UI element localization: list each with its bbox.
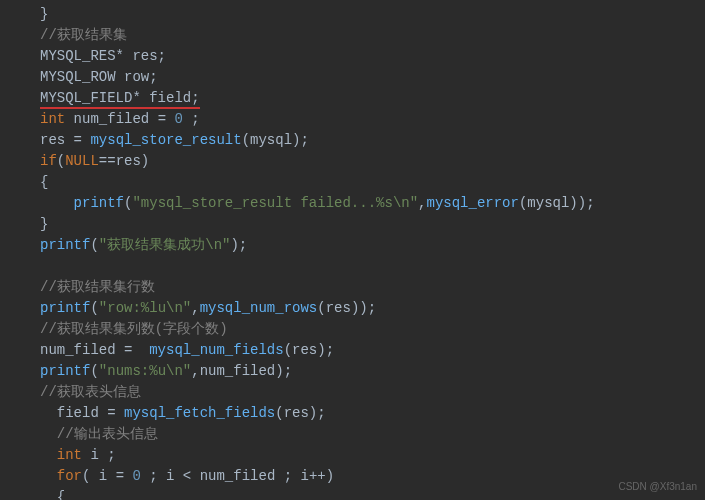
code-text: ); bbox=[230, 237, 247, 253]
code-text: res = bbox=[40, 132, 90, 148]
watermark-text: CSDN @Xf3n1an bbox=[618, 479, 697, 494]
code-text: (res); bbox=[284, 342, 334, 358]
string-literal: "获取结果集成功\n" bbox=[99, 237, 231, 253]
string-literal: "nums:%u\n" bbox=[99, 363, 191, 379]
comment-line: //获取结果集 bbox=[40, 27, 127, 43]
highlighted-line: MYSQL_FIELD* field; bbox=[40, 90, 200, 109]
keyword: if bbox=[40, 153, 57, 169]
code-text: , bbox=[418, 195, 426, 211]
comment-line: //获取结果集行数 bbox=[40, 279, 155, 295]
code-text: ( bbox=[90, 237, 98, 253]
code-text: ( bbox=[90, 300, 98, 316]
brace: } bbox=[40, 216, 48, 232]
comment-line: //获取表头信息 bbox=[40, 384, 141, 400]
code-text: field = bbox=[57, 405, 124, 421]
brace: { bbox=[40, 174, 48, 190]
function-call: mysql_store_result bbox=[90, 132, 241, 148]
string-literal: "row:%lu\n" bbox=[99, 300, 191, 316]
code-text: ( i = bbox=[82, 468, 132, 484]
code-text: (mysql)); bbox=[519, 195, 595, 211]
code-text: ==res) bbox=[99, 153, 149, 169]
function-call: mysql_num_fields bbox=[149, 342, 283, 358]
code-text: (res)); bbox=[317, 300, 376, 316]
keyword: int bbox=[40, 111, 65, 127]
function-call: mysql_num_rows bbox=[200, 300, 318, 316]
function-call: mysql_error bbox=[427, 195, 519, 211]
function-call: printf bbox=[40, 300, 90, 316]
string-literal: "mysql_store_result failed...%s\n" bbox=[132, 195, 418, 211]
code-line: } bbox=[40, 6, 48, 22]
comment-line: //获取结果集列数(字段个数) bbox=[40, 321, 228, 337]
function-call: printf bbox=[40, 237, 90, 253]
code-text: num_filed = bbox=[65, 111, 174, 127]
code-line: MYSQL_ROW row; bbox=[40, 69, 158, 85]
number-literal: 0 bbox=[132, 468, 140, 484]
code-text: ,num_filed); bbox=[191, 363, 292, 379]
code-text: ; i < num_filed ; i++) bbox=[141, 468, 334, 484]
function-call: printf bbox=[40, 363, 90, 379]
code-text: num_filed = bbox=[40, 342, 149, 358]
code-line: MYSQL_RES* res; bbox=[40, 48, 166, 64]
code-text: ; bbox=[183, 111, 200, 127]
code-text: ( bbox=[90, 363, 98, 379]
keyword: NULL bbox=[65, 153, 99, 169]
comment-line: //输出表头信息 bbox=[57, 426, 158, 442]
function-call: printf bbox=[74, 195, 124, 211]
brace: { bbox=[57, 489, 65, 500]
keyword: int bbox=[57, 447, 82, 463]
code-text: (res); bbox=[275, 405, 325, 421]
code-text: i ; bbox=[82, 447, 116, 463]
keyword: for bbox=[57, 468, 82, 484]
code-text: , bbox=[191, 300, 199, 316]
code-text: (mysql); bbox=[242, 132, 309, 148]
number-literal: 0 bbox=[174, 111, 182, 127]
code-editor[interactable]: } //获取结果集 MYSQL_RES* res; MYSQL_ROW row;… bbox=[0, 0, 705, 500]
function-call: mysql_fetch_fields bbox=[124, 405, 275, 421]
code-text: ( bbox=[57, 153, 65, 169]
